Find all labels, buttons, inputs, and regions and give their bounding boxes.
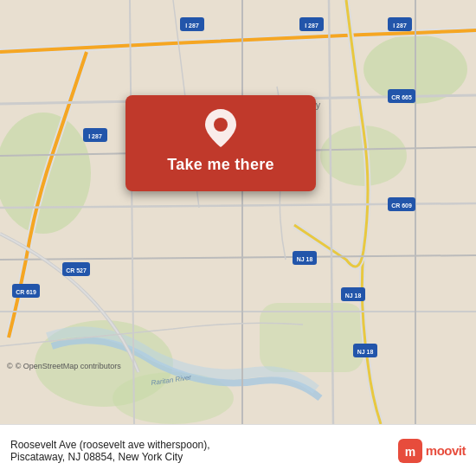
info-bar: Roosevelt Ave (roosevelt ave witherspoon… xyxy=(0,424,476,476)
map-pin-icon xyxy=(205,109,236,147)
copyright-symbol: © xyxy=(7,362,13,370)
svg-text:CR 665: CR 665 xyxy=(391,94,412,100)
svg-text:CR 619: CR 619 xyxy=(16,289,36,295)
svg-point-40 xyxy=(214,118,228,132)
map-view: Raritan River I 2 xyxy=(0,0,476,424)
address-block: Roosevelt Ave (roosevelt ave witherspoon… xyxy=(10,439,398,463)
svg-text:CR 527: CR 527 xyxy=(66,267,87,273)
address-line2: Piscataway, NJ 08854, New York City xyxy=(10,451,398,463)
svg-text:CR 609: CR 609 xyxy=(391,203,412,209)
svg-text:I 287: I 287 xyxy=(185,23,199,29)
svg-text:NJ 18: NJ 18 xyxy=(345,293,362,299)
svg-text:I 287: I 287 xyxy=(393,23,407,29)
moovit-icon: m xyxy=(398,439,422,463)
take-me-there-button[interactable]: Take me there xyxy=(167,156,274,174)
osm-text: © OpenStreetMap contributors xyxy=(16,362,121,370)
svg-text:m: m xyxy=(405,445,415,459)
moovit-text: moovit xyxy=(426,443,466,458)
location-card: Take me there xyxy=(125,95,316,191)
osm-attribution: © © OpenStreetMap contributors xyxy=(7,362,121,370)
svg-text:I 287: I 287 xyxy=(88,133,102,139)
svg-text:NJ 18: NJ 18 xyxy=(357,349,374,355)
address-line1: Roosevelt Ave (roosevelt ave witherspoon… xyxy=(10,439,398,451)
moovit-logo: m moovit xyxy=(398,439,466,463)
svg-text:NJ 18: NJ 18 xyxy=(297,256,313,262)
svg-text:I 287: I 287 xyxy=(305,23,318,29)
svg-rect-5 xyxy=(260,303,363,372)
